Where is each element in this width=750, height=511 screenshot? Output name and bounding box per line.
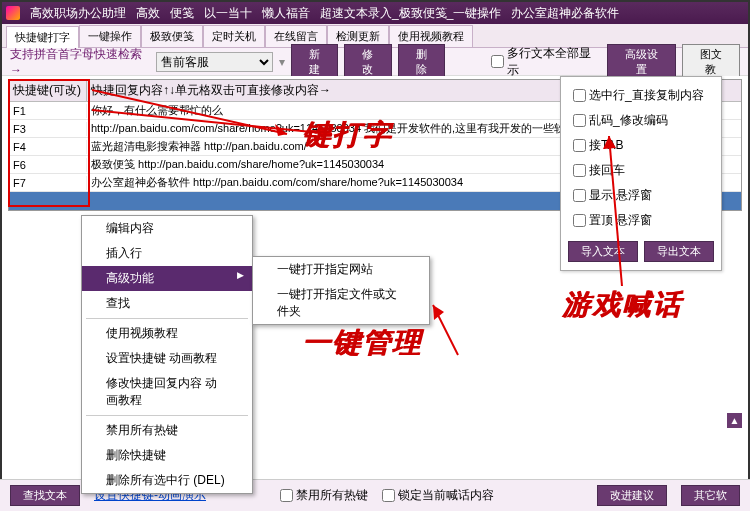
suggest-button[interactable]: 改进建议 [597,485,667,506]
other-software-button[interactable]: 其它软 [681,485,740,506]
tab-sticky-notes[interactable]: 极致便笺 [141,25,203,47]
submenu-open-site[interactable]: 一键打开指定网站 [253,257,429,282]
ctx-disable-hotkeys[interactable]: 禁用所有热键 [82,418,252,443]
adv-opt-encoding[interactable]: 乱码_修改编码 [561,108,721,133]
multiline-checkbox[interactable]: 多行文本全部显示 [491,45,599,79]
context-menu: 编辑内容 插入行 高级功能 查找 使用视频教程 设置快捷键 动画教程 修改快捷回… [81,215,253,494]
disable-hotkeys-checkbox[interactable]: 禁用所有热键 [280,487,368,504]
adv-opt-tab[interactable]: 接TAB [561,133,721,158]
advanced-settings-button[interactable]: 高级设置 [607,44,676,80]
tab-shutdown-timer[interactable]: 定时关机 [203,25,265,47]
svg-marker-5 [433,305,444,320]
title-4: 懒人福音 [262,5,310,22]
search-label: 支持拼音首字母快速检索→ [10,46,150,77]
toolbar: 支持拼音首字母快速检索→ 售前客服 ▾ 新建 修改 删除 多行文本全部显示 高级… [2,48,748,76]
ctx-find[interactable]: 查找 [82,291,252,316]
ctx-video-tutorial[interactable]: 使用视频教程 [82,321,252,346]
adv-opt-copy[interactable]: 选中行_直接复制内容 [561,83,721,108]
help-button[interactable]: 图文教 [682,44,740,80]
ctx-advanced[interactable]: 高级功能 [82,266,252,291]
title-2: 便笺 [170,5,194,22]
find-text-button[interactable]: 查找文本 [10,485,80,506]
main-area: 快捷键(可改) 快捷回复内容↑↓单元格双击可直接修改内容→ F1你好，有什么需要… [2,76,748,468]
svg-line-4 [433,305,458,355]
import-button[interactable]: 导入文本 [568,241,638,262]
scroll-up-button[interactable]: ▲ [727,413,742,428]
title-bar: 高效职场办公助理 高效 便笺 以一当十 懒人福音 超速文本录入_极致便笺_一键操… [2,2,748,24]
tab-hotkey-typing[interactable]: 快捷键打字 [6,26,79,48]
app-icon [6,6,20,20]
title-1: 高效 [136,5,160,22]
tab-one-click[interactable]: 一键操作 [79,25,141,47]
title-0: 高效职场办公助理 [30,5,126,22]
title-6: 办公室超神必备软件 [511,5,619,22]
ctx-delete-selected[interactable]: 删除所有选中行 (DEL) [82,468,252,493]
submenu-open-file[interactable]: 一键打开指定文件或文件夹 [253,282,429,324]
title-3: 以一当十 [204,5,252,22]
ctx-insert-row[interactable]: 插入行 [82,241,252,266]
submenu: 一键打开指定网站 一键打开指定文件或文件夹 [252,256,430,325]
annotation-manage: 一键管理 [302,324,422,362]
arrow-3 [428,300,468,360]
annotation-shout: 游戏喊话 [562,286,682,324]
header-key: 快捷键(可改) [9,80,87,101]
advanced-panel: 选中行_直接复制内容 乱码_修改编码 接TAB 接回车 显示 悬浮窗 置顶 悬浮… [560,76,722,271]
adv-opt-top[interactable]: 置顶 悬浮窗 [561,208,721,233]
ctx-delete-hotkey[interactable]: 删除快捷键 [82,443,252,468]
adv-opt-enter[interactable]: 接回车 [561,158,721,183]
delete-button[interactable]: 删除 [398,44,445,80]
export-button[interactable]: 导出文本 [644,241,714,262]
ctx-edit[interactable]: 编辑内容 [82,216,252,241]
edit-button[interactable]: 修改 [344,44,391,80]
lock-content-checkbox[interactable]: 锁定当前喊话内容 [382,487,494,504]
ctx-hotkey-tutorial[interactable]: 设置快捷键 动画教程 [82,346,252,371]
new-button[interactable]: 新建 [291,44,338,80]
category-select[interactable]: 售前客服 [156,52,273,72]
title-5: 超速文本录入_极致便笺_一键操作 [320,5,501,22]
adv-opt-float[interactable]: 显示 悬浮窗 [561,183,721,208]
ctx-reply-tutorial[interactable]: 修改快捷回复内容 动画教程 [82,371,252,413]
